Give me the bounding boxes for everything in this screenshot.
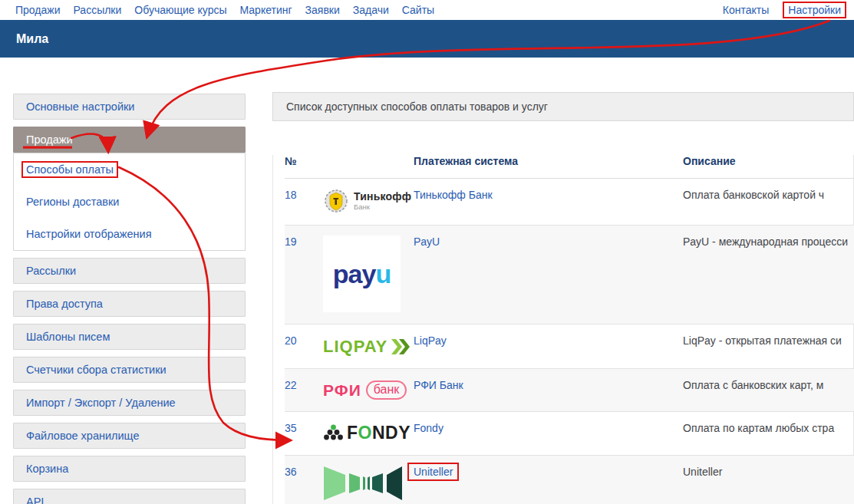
table-row: 20LIQPAYLiqPayLiqPay - открытая платежна… bbox=[285, 324, 854, 369]
sidebar-item[interactable]: Импорт / Экспорт / Удаление bbox=[13, 390, 246, 416]
sidebar-submenu: Способы оплатыРегионы доставкиНастройки … bbox=[13, 153, 246, 251]
top-nav-link[interactable]: Заявки bbox=[305, 4, 340, 16]
payment-logo-cell: LIQPAY bbox=[323, 324, 414, 369]
payment-number-link[interactable]: 19 bbox=[285, 236, 297, 248]
sidebar-item-label: API bbox=[26, 496, 44, 504]
payment-description-cell: Uniteller bbox=[683, 456, 854, 504]
payment-number-link[interactable]: 18 bbox=[285, 189, 297, 201]
payment-logo-cell: payu bbox=[323, 226, 414, 324]
rfi-bank-logo: РФИбанк bbox=[323, 380, 414, 400]
sidebar-item[interactable]: Файловое хранилище bbox=[13, 423, 246, 449]
sidebar-subitem[interactable]: Способы оплаты bbox=[14, 153, 245, 186]
payment-name-cell: Тинькофф Банк bbox=[414, 179, 683, 226]
payment-logo-cell: FONDY bbox=[323, 412, 414, 456]
uniteller-logo: uniteller bbox=[323, 466, 403, 504]
uniteller-fan-icon bbox=[323, 466, 403, 501]
payment-number-cell: 35 bbox=[285, 412, 323, 456]
payment-number-link[interactable]: 36 bbox=[285, 466, 297, 478]
settings-nav-link[interactable]: Настройки bbox=[783, 2, 846, 18]
payment-description-cell: Оплата с банковских карт, м bbox=[683, 369, 854, 412]
payment-name-link[interactable]: Тинькофф Банк bbox=[414, 189, 493, 201]
sidebar-item-label: Счетчики сбора статистики bbox=[26, 364, 167, 376]
top-nav-right: КонтактыНастройки bbox=[709, 2, 848, 18]
sidebar-item-label: Корзина bbox=[26, 463, 68, 475]
site-title-bar: Мила bbox=[0, 20, 854, 58]
rfi-logo-part2: банк bbox=[366, 380, 407, 400]
sidebar-item[interactable]: Права доступа bbox=[13, 291, 246, 317]
panel-body: №Платежная системаОписание 18ТинькоффБан… bbox=[272, 155, 854, 504]
fondy-logo-f: F bbox=[347, 423, 358, 443]
table-header-row: №Платежная системаОписание bbox=[285, 155, 854, 179]
table-row: 35FONDYFondyОплата по картам любых стра bbox=[285, 412, 854, 456]
sidebar-subitem-label: Настройки отображения bbox=[26, 228, 152, 240]
table-column-header: Платежная система bbox=[414, 155, 683, 179]
table-row: 22РФИбанкРФИ БанкОплата с банковских кар… bbox=[285, 369, 854, 412]
fondy-logo: FONDY bbox=[323, 423, 414, 443]
sidebar-item[interactable]: Шаблоны писем bbox=[13, 324, 246, 350]
payment-name-link[interactable]: Fondy bbox=[414, 422, 443, 434]
top-nav-link[interactable]: Обучающие курсы bbox=[134, 4, 226, 16]
top-nav: ПродажиРассылкиОбучающие курсыМаркетингЗ… bbox=[0, 0, 854, 20]
payment-description-cell: Оплата по картам любых стра bbox=[683, 412, 854, 456]
payment-name-link[interactable]: РФИ Банк bbox=[414, 379, 463, 391]
payment-description-cell: PayU - международная процесси bbox=[683, 226, 854, 324]
rfi-logo-part1: РФИ bbox=[323, 381, 361, 400]
top-nav-link[interactable]: Продажи bbox=[15, 4, 60, 16]
liqpay-logo-text: LIQPAY bbox=[323, 337, 387, 357]
payment-name-link[interactable]: LiqPay bbox=[414, 334, 447, 347]
payment-description-cell: Оплата банковской картой ч bbox=[683, 179, 854, 226]
tinkoff-crest-icon bbox=[323, 189, 349, 213]
sidebar-item-label: Шаблоны писем bbox=[26, 331, 110, 343]
table-row: 18ТинькоффБанкТинькофф БанкОплата банков… bbox=[285, 179, 854, 226]
payment-methods-panel: Список доступных способов оплаты товаров… bbox=[272, 92, 854, 504]
sidebar-subitem-label: Регионы доставки bbox=[26, 196, 119, 208]
payment-logo-cell: РФИбанк bbox=[323, 369, 414, 412]
sidebar-subitem[interactable]: Регионы доставки bbox=[14, 186, 245, 218]
payment-name-cell: PayU bbox=[414, 226, 683, 324]
payment-number-cell: 20 bbox=[285, 324, 323, 369]
fondy-logo-ndy: NDY bbox=[372, 423, 411, 443]
payu-logo: payu bbox=[323, 236, 401, 312]
payment-methods-table: №Платежная системаОписание 18ТинькоффБан… bbox=[285, 155, 854, 504]
settings-sidebar: Основные настройкиПродажиСпособы оплатыР… bbox=[13, 94, 246, 504]
sidebar-item[interactable]: Счетчики сбора статистики bbox=[13, 357, 246, 383]
payment-number-link[interactable]: 20 bbox=[285, 334, 297, 347]
fondy-logo-text: FONDY bbox=[347, 423, 411, 443]
payment-logo-cell: uniteller bbox=[323, 456, 414, 504]
payment-name-link[interactable]: Uniteller bbox=[407, 463, 459, 481]
top-nav-link[interactable]: Задачи bbox=[353, 4, 389, 16]
sidebar-item[interactable]: Основные настройки bbox=[13, 94, 246, 120]
site-title: Мила bbox=[16, 32, 48, 46]
fondy-logo-o: O bbox=[358, 423, 372, 443]
sidebar-subitem-label: Способы оплаты bbox=[21, 161, 118, 178]
payment-name-cell: Fondy bbox=[414, 412, 683, 456]
payment-number-link[interactable]: 22 bbox=[285, 379, 297, 391]
tinkoff-logo-subtitle: Банк bbox=[354, 203, 411, 211]
panel-header: Список доступных способов оплаты товаров… bbox=[272, 92, 854, 121]
liqpay-logo: LIQPAY bbox=[323, 337, 414, 357]
sidebar-item[interactable]: Продажи bbox=[13, 127, 246, 153]
table-column-header-logo-spacer bbox=[323, 155, 414, 179]
payment-name-link[interactable]: PayU bbox=[414, 236, 440, 248]
sidebar-item[interactable]: Рассылки bbox=[13, 258, 246, 284]
sidebar-item-label: Импорт / Экспорт / Удаление bbox=[26, 397, 176, 409]
top-nav-link[interactable]: Сайты bbox=[402, 4, 434, 16]
payment-name-cell: РФИ Банк bbox=[414, 369, 683, 412]
payment-name-cell: Uniteller bbox=[414, 456, 683, 504]
sidebar-item-label: Основные настройки bbox=[26, 100, 134, 113]
fondy-dots-icon bbox=[323, 424, 344, 443]
payment-number-link[interactable]: 35 bbox=[285, 422, 297, 434]
table-column-header: Описание bbox=[683, 155, 854, 179]
sidebar-item-label: Рассылки bbox=[26, 265, 76, 277]
payment-name-cell: LiqPay bbox=[414, 324, 683, 369]
top-nav-link[interactable]: Рассылки bbox=[73, 4, 121, 16]
table-row: 36unitellerUnitellerUniteller bbox=[285, 456, 854, 504]
sidebar-subitem[interactable]: Настройки отображения bbox=[14, 218, 245, 250]
sidebar-item-label: Файловое хранилище bbox=[26, 430, 139, 442]
sidebar-item[interactable]: API bbox=[13, 489, 246, 504]
contacts-nav-link[interactable]: Контакты bbox=[723, 4, 769, 16]
payment-description-cell: LiqPay - открытая платежная си bbox=[683, 324, 854, 369]
sidebar-item[interactable]: Корзина bbox=[13, 456, 246, 482]
sidebar-item-label: Продажи bbox=[26, 133, 73, 146]
top-nav-link[interactable]: Маркетинг bbox=[239, 4, 292, 16]
